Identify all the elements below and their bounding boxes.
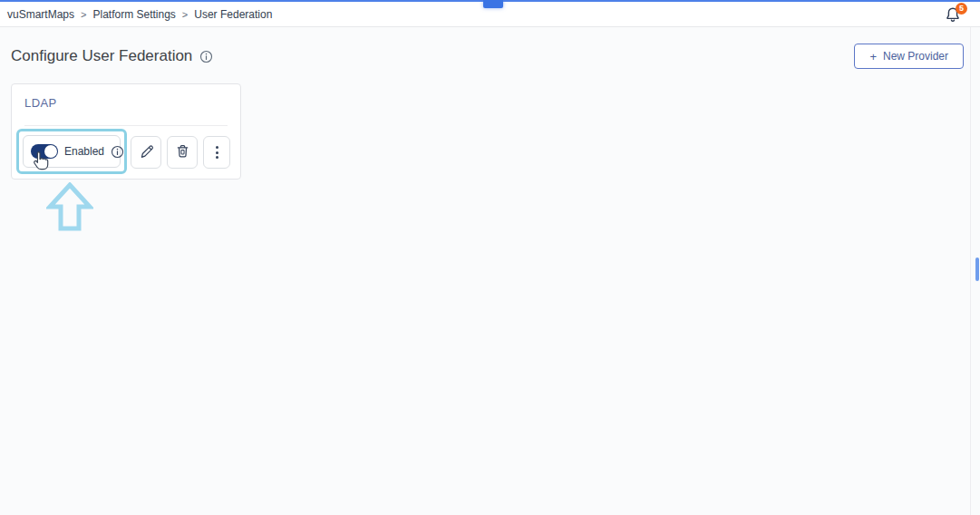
- annotation-highlight-box: Enabled: [16, 129, 127, 174]
- player-progress-thumb[interactable]: [483, 0, 503, 8]
- trash-icon: [175, 143, 190, 162]
- provider-actions: [131, 136, 230, 169]
- notification-count-badge: 5: [956, 3, 967, 15]
- new-provider-label: New Provider: [883, 50, 948, 63]
- more-options-button[interactable]: [203, 136, 230, 169]
- page-info-icon[interactable]: [199, 50, 213, 63]
- breadcrumb-separator-icon: >: [182, 9, 188, 20]
- breadcrumb: vuSmartMaps > Platform Settings > User F…: [7, 8, 272, 21]
- provider-card-ldap: LDAP Enabled: [11, 83, 241, 180]
- page-header: Configure User Federation + New Provider: [11, 44, 964, 69]
- notifications-button[interactable]: 5: [944, 5, 962, 24]
- card-divider: [24, 125, 228, 126]
- up-arrow-annotation: [46, 182, 93, 235]
- provider-name: LDAP: [24, 96, 57, 110]
- vertical-scrollbar-thumb[interactable]: [975, 258, 979, 281]
- toggle-knob: [44, 145, 57, 158]
- edit-provider-button[interactable]: [131, 136, 161, 169]
- breadcrumb-separator-icon: >: [81, 9, 86, 20]
- toggle-status-label: Enabled: [64, 145, 104, 158]
- breadcrumb-item-user-federation: User Federation: [194, 8, 272, 21]
- delete-provider-button[interactable]: [167, 136, 198, 169]
- new-provider-button[interactable]: + New Provider: [854, 44, 964, 69]
- pencil-icon: [139, 143, 154, 162]
- vertical-ellipsis-icon: [216, 146, 218, 159]
- toggle-switch[interactable]: [31, 144, 58, 159]
- content-right-border: [970, 27, 971, 515]
- breadcrumb-item-platform-settings[interactable]: Platform Settings: [92, 8, 175, 21]
- breadcrumb-item-home[interactable]: vuSmartMaps: [7, 8, 74, 21]
- page-title: Configure User Federation: [11, 47, 192, 65]
- plus-icon: +: [869, 51, 877, 63]
- enable-toggle-button[interactable]: Enabled: [23, 135, 121, 168]
- toggle-info-icon[interactable]: [111, 145, 124, 159]
